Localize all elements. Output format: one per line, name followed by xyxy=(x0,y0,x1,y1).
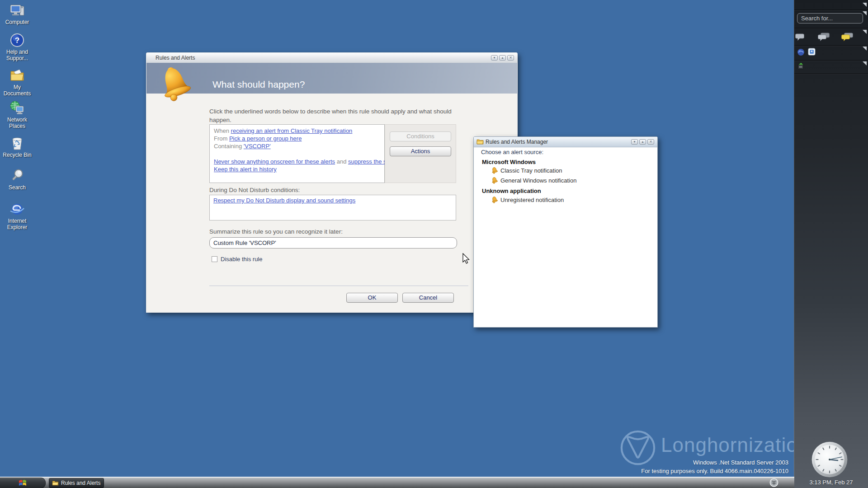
rule-from-link[interactable]: Pick a person or group here xyxy=(229,135,302,142)
rules-and-alerts-manager-window: Rules and Alerts Manager ▾ ▴ ✕ Choose an… xyxy=(473,136,658,328)
dialog-title: Rules and Alerts xyxy=(156,55,195,61)
start-button[interactable] xyxy=(0,478,46,488)
desktop-icon-help[interactable]: ? Help and Suppor... xyxy=(0,33,34,61)
rule-from-prefix: From xyxy=(214,135,229,142)
bell-icon xyxy=(491,167,498,174)
sidebar-search-input[interactable] xyxy=(797,13,863,23)
desktop-icon-network-places[interactable]: Network Places xyxy=(0,100,34,129)
desktop-icon-search[interactable]: Search xyxy=(0,168,34,191)
desktop-icon-label: Help and Suppor... xyxy=(0,49,34,61)
close-icon[interactable]: ✕ xyxy=(507,55,514,61)
rule-containing-line: Containing 'VSCORP' xyxy=(214,142,380,150)
folder-icon xyxy=(476,139,484,145)
app-tile-icon[interactable] xyxy=(808,48,816,56)
minimize-icon[interactable]: ▾ xyxy=(491,55,498,61)
alert-source-general-windows[interactable]: General Windows notification xyxy=(491,177,576,184)
section-grip-icon[interactable] xyxy=(863,11,867,15)
rule-from-line: From Pick a person or group here xyxy=(214,135,380,142)
rule-summary-input[interactable] xyxy=(209,237,457,249)
alert-source-label: Unregistered notification xyxy=(500,197,564,203)
clock-caption: 3:13 PM, Feb 27 xyxy=(794,479,868,486)
messenger-sphere-icon[interactable] xyxy=(797,48,805,56)
taskbar-task-rules-and-alerts[interactable]: Rules and Alerts xyxy=(49,478,104,488)
svg-text:?: ? xyxy=(15,36,19,45)
help-icon: ? xyxy=(9,33,25,48)
section-grip-icon[interactable] xyxy=(863,30,867,34)
folder-icon xyxy=(52,480,59,486)
actions-button[interactable]: Actions xyxy=(390,146,451,156)
computer-icon xyxy=(9,3,25,18)
manager-titlebar[interactable]: Rules and Alerts Manager ▾ ▴ ✕ xyxy=(474,137,657,147)
chat-bubble-icon[interactable] xyxy=(795,33,806,42)
windows-flag-icon xyxy=(18,479,27,488)
mouse-cursor-icon xyxy=(462,253,470,265)
alert-source-label: Classic Tray notification xyxy=(500,167,562,174)
rule-containing-link[interactable]: 'VSCORP' xyxy=(244,143,271,150)
recycle-bin-icon xyxy=(9,136,25,151)
dialog-instructions: Click the underlined words below to desc… xyxy=(209,107,462,124)
task-button-label: Rules and Alerts xyxy=(61,480,100,486)
rule-when-line: When receiving an alert from Classic Tra… xyxy=(214,127,380,135)
clock-widget[interactable] xyxy=(811,441,848,478)
rule-never-show-link[interactable]: Never show anything onscreen for these a… xyxy=(214,158,335,165)
rule-buttons-panel: Conditions Actions xyxy=(385,124,456,183)
desktop-icon-label: Recycle Bin xyxy=(0,152,34,158)
internet-explorer-icon xyxy=(9,202,25,217)
conditions-button[interactable]: Conditions xyxy=(390,131,451,141)
dialog-titlebar[interactable]: Rules and Alerts ▾ ▴ ✕ xyxy=(146,53,517,63)
taskbar: Rules and Alerts xyxy=(0,477,794,488)
alert-source-label: General Windows notification xyxy=(500,177,576,184)
alert-source-prompt: Choose an alert source: xyxy=(481,149,543,155)
desktop-icon-internet-explorer[interactable]: Internet Explorer xyxy=(0,202,34,230)
rule-keep-history-link[interactable]: Keep this alert in history xyxy=(214,166,277,173)
device-icon[interactable] xyxy=(797,62,805,70)
ok-button[interactable]: OK xyxy=(346,293,398,303)
section-grip-icon[interactable] xyxy=(863,3,867,7)
dialog-heading: What should happen? xyxy=(212,79,305,90)
tray-chevron-button[interactable] xyxy=(769,478,778,487)
dnd-settings-link[interactable]: Respect my Do Not Disturb display and so… xyxy=(213,197,355,204)
dialog-separator xyxy=(209,286,468,286)
disable-rule-label[interactable]: Disable this rule xyxy=(221,256,263,263)
folder-icon xyxy=(9,68,25,83)
dnd-box: Respect my Do Not Disturb display and so… xyxy=(209,195,456,221)
dialog-header-band xyxy=(146,63,517,94)
rule-action-line: Never show anything onscreen for these a… xyxy=(214,158,380,165)
section-grip-icon[interactable] xyxy=(863,61,867,66)
rule-when-prefix: When xyxy=(214,127,231,134)
bell-icon xyxy=(491,177,498,184)
close-icon[interactable]: ✕ xyxy=(647,139,654,145)
minimize-icon[interactable]: ▾ xyxy=(631,139,638,145)
section-grip-icon[interactable] xyxy=(863,47,867,51)
alert-source-unregistered[interactable]: Unregistered notification xyxy=(491,196,564,203)
group-microsoft-windows: Microsoft Windows xyxy=(482,159,536,165)
rule-when-link[interactable]: receiving an alert from Classic Tray not… xyxy=(231,127,353,134)
desktop-icon-label: Computer xyxy=(0,19,34,25)
rule-and-text: and xyxy=(335,158,348,165)
analog-clock-icon xyxy=(811,441,848,478)
watermark-os-line: Windows .Net Standard Server 2003 xyxy=(641,458,788,467)
desktop-icon-my-documents[interactable]: My Documents xyxy=(0,68,34,97)
rule-containing-prefix: Containing xyxy=(214,143,244,150)
desktop-icon-label: Network Places xyxy=(0,117,34,129)
build-watermark: Windows .Net Standard Server 2003 For te… xyxy=(641,458,788,475)
cancel-button[interactable]: Cancel xyxy=(402,293,454,303)
bell-icon xyxy=(491,196,498,203)
disable-rule-checkbox[interactable] xyxy=(212,256,217,262)
alert-source-classic-tray[interactable]: Classic Tray notification xyxy=(491,167,562,174)
bell-icon xyxy=(156,65,195,104)
maximize-icon[interactable]: ▴ xyxy=(499,55,506,61)
sidebar: 3:13 PM, Feb 27 xyxy=(794,0,868,488)
chat-bubbles-yellow-icon[interactable] xyxy=(841,32,854,42)
manager-title: Rules and Alerts Manager xyxy=(486,139,548,145)
rules-and-alerts-dialog: Rules and Alerts ▾ ▴ ✕ What should happe… xyxy=(146,52,518,313)
rule-history-line: Keep this alert in history xyxy=(214,165,380,173)
network-icon xyxy=(9,100,25,116)
desktop-icon-label: Search xyxy=(0,184,34,191)
maximize-icon[interactable]: ▴ xyxy=(639,139,646,145)
search-icon xyxy=(9,168,25,183)
desktop-icon-recycle-bin[interactable]: Recycle Bin xyxy=(0,136,34,158)
desktop-icon-label: My Documents xyxy=(0,84,34,97)
chat-bubbles-icon[interactable] xyxy=(818,32,830,42)
desktop-icon-computer[interactable]: Computer xyxy=(0,3,34,25)
